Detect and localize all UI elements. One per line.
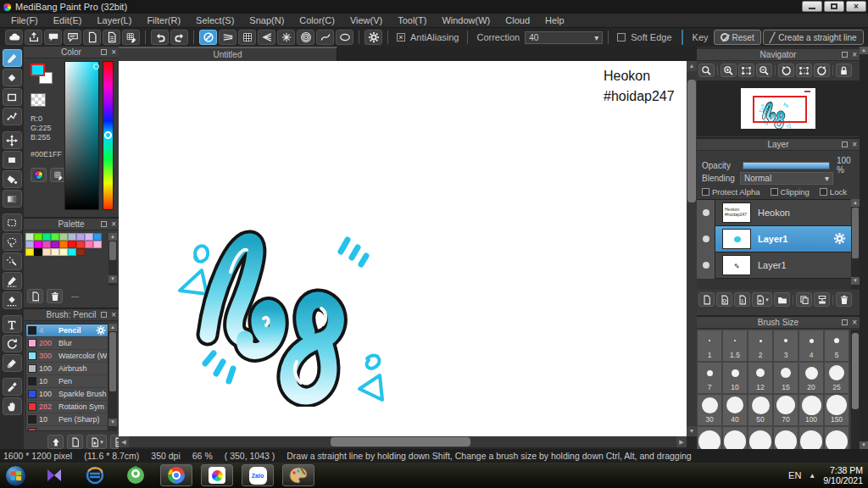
gradient-tool[interactable] [3, 190, 22, 208]
brush-size-25[interactable]: 25 [824, 362, 849, 394]
brush-item-5[interactable]: 100Sparkle Brush [26, 388, 108, 401]
menu-item-window[interactable]: Window(W) [434, 15, 498, 25]
close-icon[interactable]: × [852, 140, 857, 149]
brush-item-0[interactable]: 4Pencil [26, 324, 108, 337]
merge-layer-button[interactable] [814, 292, 830, 307]
canvas-vertical-scrollbar[interactable]: ▲ ▼ [687, 61, 697, 436]
menu-item-view[interactable]: View(V) [342, 15, 390, 25]
palette-scrollbar[interactable]: ▲ ▼ [108, 233, 117, 286]
select-rect-tool[interactable] [3, 214, 22, 231]
reset-button[interactable]: Reset [714, 30, 761, 45]
palette-swatch-4[interactable] [59, 233, 68, 241]
popout-icon[interactable] [842, 52, 848, 58]
comment-button[interactable] [44, 30, 62, 45]
layer-settings-gear-icon[interactable] [833, 232, 846, 245]
palette-swatch-8[interactable] [93, 233, 102, 241]
brush-size-3[interactable]: 3 [773, 330, 798, 362]
brush-list-scrollbar[interactable]: ▲ ▼ [108, 324, 117, 431]
document-button[interactable] [83, 30, 101, 45]
start-button[interactable] [5, 465, 26, 486]
undo-button[interactable] [151, 30, 169, 45]
brush-item-6[interactable]: 282Rotation Sym [26, 401, 108, 413]
palette-swatch-2[interactable] [42, 233, 51, 241]
taskbar-kmplayer-icon[interactable] [38, 464, 70, 486]
brush-item-8[interactable] [26, 426, 108, 431]
menu-item-edit[interactable]: Edit(E) [46, 15, 90, 25]
palette-swatch-15[interactable] [76, 241, 85, 248]
brush-size-7[interactable]: 7 [697, 362, 722, 394]
brush-size-20[interactable]: 20 [798, 362, 824, 394]
brush-item-3[interactable]: 100Airbrush [26, 363, 108, 375]
brush-size-scrollbar[interactable] [851, 330, 860, 449]
add-1bit-layer-button[interactable] [734, 292, 750, 307]
add-halftone-layer-button[interactable] [716, 292, 732, 307]
layer-visibility-toggle[interactable] [697, 200, 715, 226]
popout-icon[interactable] [101, 312, 107, 318]
palette-swatch-7[interactable] [85, 233, 93, 241]
transparent-color-swatch[interactable] [31, 93, 46, 107]
layer-visibility-toggle[interactable] [697, 252, 715, 279]
opacity-slider[interactable] [743, 162, 830, 169]
taskbar-internet-explorer-icon[interactable] [79, 464, 111, 486]
rotate-ccw-button[interactable] [778, 64, 794, 77]
cloud-button[interactable] [5, 30, 23, 45]
publish-button[interactable] [25, 30, 42, 45]
layer-visibility-toggle[interactable] [697, 226, 715, 252]
brush-item-4[interactable]: 10Pen [26, 375, 108, 388]
brush-size-50[interactable]: 50 [748, 394, 773, 426]
menu-item-layer[interactable]: Layer(L) [89, 15, 139, 25]
palette-swatch-16[interactable] [85, 241, 93, 248]
menu-item-snap[interactable]: Snap(N) [242, 15, 292, 25]
taskbar-zalo-icon[interactable]: Zalo [242, 464, 274, 486]
language-indicator[interactable]: EN [788, 470, 801, 480]
palette-swatch-3[interactable] [51, 233, 59, 241]
brush-size-5[interactable]: 5 [824, 330, 849, 362]
palette-swatch-17[interactable] [93, 241, 102, 248]
taskbar-clock[interactable]: 7:38 PM 9/10/2021 [823, 465, 863, 485]
brush-item-1[interactable]: 200Blur [26, 337, 108, 350]
lock-checkbox[interactable]: Lock [820, 187, 847, 197]
menu-item-color[interactable]: Color(C) [292, 15, 342, 25]
foreground-color-swatch[interactable] [31, 64, 45, 76]
layer-row-2[interactable]: ✎Layer1 [697, 252, 851, 279]
brush-size-10[interactable]: 10 [722, 362, 748, 394]
palette-swatch-18[interactable] [25, 248, 34, 256]
add-folder-button[interactable] [774, 292, 790, 307]
brush-size-15[interactable]: 15 [773, 362, 798, 394]
palette-swatch-6[interactable] [76, 233, 85, 241]
document-list-button[interactable] [103, 30, 120, 45]
redo-button[interactable] [170, 30, 188, 45]
snap-radial-button[interactable] [277, 30, 295, 45]
add-layer-button[interactable] [698, 292, 715, 307]
brush-size-150[interactable]: 150 [824, 394, 849, 426]
menu-item-file[interactable]: File(F) [3, 15, 46, 25]
add-brush-button[interactable] [67, 435, 83, 449]
blending-dropdown[interactable]: Normal▾ [740, 172, 833, 185]
close-icon[interactable]: × [111, 47, 116, 57]
snap-ellipse-button[interactable] [336, 30, 353, 45]
comment-list-button[interactable] [64, 30, 81, 45]
delete-layer-button[interactable] [836, 292, 852, 307]
snap-concentric-button[interactable] [297, 30, 314, 45]
snap-grid-button[interactable] [238, 30, 256, 45]
menu-item-cloud[interactable]: Cloud [498, 15, 537, 25]
saturation-value-picker[interactable] [64, 61, 99, 210]
canvas[interactable]: Heokon #hoidap247 [119, 61, 687, 436]
brush-size-1[interactable]: 1 [697, 330, 722, 362]
protect-alpha-checkbox[interactable]: Protect Alpha [702, 187, 760, 197]
brush-tool[interactable] [3, 49, 22, 67]
add-palette-color-button[interactable] [27, 289, 43, 303]
lock-view-button[interactable] [836, 64, 852, 77]
brush-size-70[interactable]: 70 [773, 394, 798, 426]
taskbar-paint-palette-icon[interactable] [282, 464, 314, 486]
close-icon[interactable]: × [111, 310, 116, 319]
palette-swatch-13[interactable] [59, 241, 68, 248]
reset-view-button[interactable] [796, 64, 812, 77]
palette-swatch-10[interactable] [34, 241, 42, 248]
popout-icon[interactable] [101, 221, 107, 227]
lasso-tool[interactable] [3, 233, 22, 251]
text-tool[interactable] [3, 315, 22, 333]
close-button[interactable]: × [846, 1, 866, 12]
tab-untitled[interactable]: Untitled [119, 47, 337, 61]
dock-scrollbar[interactable]: ▲ ▼ [860, 47, 868, 449]
